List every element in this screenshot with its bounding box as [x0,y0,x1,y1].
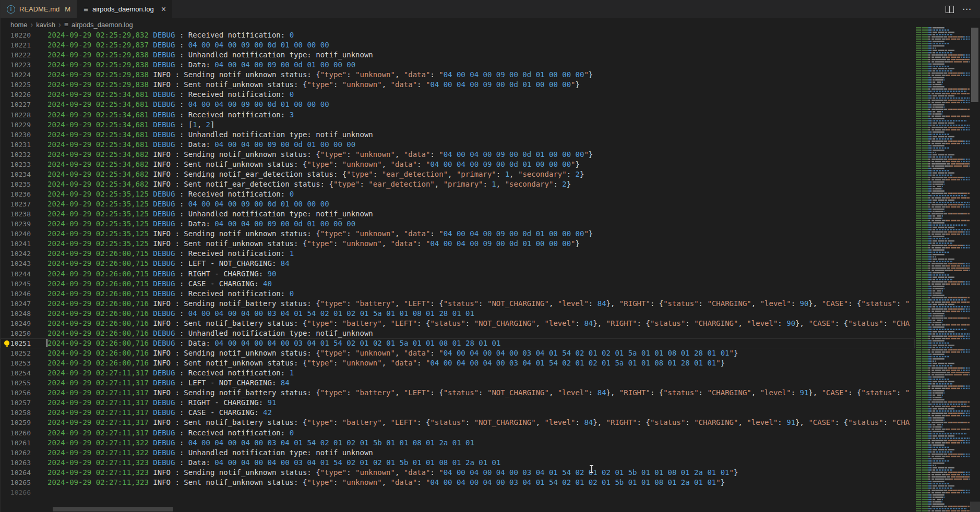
log-line-text[interactable]: 2024-09-29 02:26:00,715 DEBUG : CASE - C… [47,279,272,289]
line-number[interactable]: 10231 [1,140,31,150]
line-number[interactable]: 10260 [1,428,31,438]
log-line-text[interactable]: 2024-09-29 02:26:00,716 DEBUG : Unhandle… [47,328,373,338]
log-line-text[interactable]: 2024-09-29 02:25:34,681 DEBUG : [1, 2] [47,120,214,130]
line-number[interactable]: 10226 [1,90,31,100]
line-number[interactable]: 10234 [1,169,31,179]
line-number[interactable]: 10235 [1,179,31,189]
log-line-text[interactable]: 2024-09-29 02:27:11,323 DEBUG : Data: 04… [47,458,500,468]
line-number[interactable]: 10227 [1,100,31,109]
log-line-text[interactable]: 2024-09-29 02:26:00,715 DEBUG : LEFT - N… [47,259,290,269]
line-number[interactable]: 10263 [1,458,31,468]
line-number[interactable]: 10241 [1,239,31,249]
log-line-text[interactable]: 2024-09-29 02:25:34,681 DEBUG : Data: 04… [47,140,355,150]
tab-readme[interactable]: i README.md M [1,0,77,18]
log-line-text[interactable]: 2024-09-29 02:25:29,838 INFO : Sending n… [47,70,593,80]
line-number[interactable]: 10252 [1,348,31,358]
log-line-text[interactable]: 2024-09-29 02:25:34,682 INFO : Sending n… [47,169,584,179]
log-line-text[interactable]: 2024-09-29 02:25:29,837 DEBUG : 04 00 04… [47,40,329,50]
log-line-text[interactable]: 2024-09-29 02:25:29,838 DEBUG : Data: 04… [47,60,355,70]
line-number[interactable]: 10258 [1,408,31,418]
breadcrumb-file[interactable]: airpods_daemon.log [71,21,133,29]
breadcrumb-home[interactable]: home [10,21,28,29]
line-number[interactable]: 10240 [1,229,31,239]
line-number[interactable]: 10220 [1,30,31,40]
log-line-text[interactable]: 2024-09-29 02:25:34,682 INFO : Sent noti… [47,179,571,189]
line-number[interactable]: 10261 [1,438,31,448]
line-number[interactable]: 10221 [1,40,31,50]
log-line-text[interactable]: 2024-09-29 02:27:11,317 INFO : Sent noti… [47,418,910,428]
log-line-text[interactable]: 2024-09-29 02:25:34,681 DEBUG : Unhandle… [47,130,373,140]
line-number[interactable]: 10256 [1,388,31,398]
more-actions-icon[interactable]: ⋯ [962,7,972,12]
line-number[interactable]: 10244 [1,269,31,279]
line-number[interactable]: 10249 [1,319,31,328]
log-line-text[interactable]: 2024-09-29 02:25:35,125 DEBUG : 04 00 04… [47,199,329,209]
log-line-text[interactable]: 2024-09-29 02:26:00,716 INFO : Sending n… [47,348,738,358]
log-line-text[interactable]: 2024-09-29 02:25:34,682 INFO : Sent noti… [47,160,580,169]
line-number[interactable]: 10247 [1,299,31,309]
log-line-text[interactable]: 2024-09-29 02:27:11,322 DEBUG : 04 00 04… [47,438,474,448]
line-number[interactable]: 10228 [1,110,31,120]
log-line-text[interactable]: 2024-09-29 02:25:34,681 DEBUG : Received… [47,90,294,100]
line-number[interactable]: 10229 [1,120,31,130]
log-line-text[interactable]: 2024-09-29 02:27:11,317 DEBUG : Received… [47,428,294,438]
line-number[interactable]: 10266 [1,487,31,497]
line-number[interactable]: 10259 [1,418,31,428]
log-line-text[interactable]: 2024-09-29 02:25:29,832 DEBUG : Received… [47,30,294,40]
horizontal-scrollbar-thumb[interactable] [53,507,173,511]
vertical-scrollbar-thumb[interactable] [971,28,978,102]
line-number[interactable]: 10230 [1,130,31,140]
line-number[interactable]: 10236 [1,189,31,199]
line-number[interactable]: 10264 [1,468,31,478]
line-number[interactable]: 10251 [1,338,31,348]
tab-airpods-daemon-log[interactable]: ≡ airpods_daemon.log × [77,0,172,18]
line-number[interactable]: 10255 [1,378,31,388]
line-number[interactable]: 10237 [1,199,31,209]
log-line-text[interactable]: 2024-09-29 02:25:35,125 DEBUG : Unhandle… [47,209,373,219]
breadcrumb-folder[interactable]: kavish [36,21,55,29]
line-number[interactable]: 10239 [1,219,31,229]
line-number[interactable]: 10254 [1,368,31,378]
log-line-text[interactable]: 2024-09-29 02:26:00,716 INFO : Sent noti… [47,319,910,328]
line-number[interactable]: 10225 [1,80,31,90]
log-line-text[interactable]: 2024-09-29 02:27:11,317 DEBUG : CASE - C… [47,408,272,418]
log-content[interactable]: 102202024-09-29 02:25:29,832 DEBUG : Rec… [1,30,915,512]
log-line-text[interactable]: 2024-09-29 02:25:34,682 INFO : Sending n… [47,150,593,160]
log-line-text[interactable]: 2024-09-29 02:27:11,323 INFO : Sent noti… [47,478,725,487]
line-number[interactable]: 10250 [1,328,31,338]
log-line-text[interactable]: 2024-09-29 02:26:00,715 DEBUG : RIGHT - … [47,269,276,279]
log-line-text[interactable]: 2024-09-29 02:27:11,317 DEBUG : LEFT - N… [47,378,290,388]
log-line-text[interactable]: 2024-09-29 02:25:29,838 INFO : Sent noti… [47,80,580,90]
log-line-text[interactable]: 2024-09-29 02:25:34,681 DEBUG : Received… [47,110,294,120]
line-number[interactable]: 10253 [1,358,31,368]
line-number[interactable]: 10238 [1,209,31,219]
log-line-text[interactable]: 2024-09-29 02:27:11,317 DEBUG : Received… [47,368,294,378]
log-line-text[interactable]: 2024-09-29 02:25:35,125 DEBUG : Received… [47,189,294,199]
close-icon[interactable]: × [161,5,166,14]
line-number[interactable]: 10248 [1,309,31,319]
line-number[interactable]: 10245 [1,279,31,289]
line-number[interactable]: 10224 [1,70,31,80]
line-number[interactable]: 10232 [1,150,31,160]
minimap[interactable] [915,27,970,512]
log-line-text[interactable]: 2024-09-29 02:27:11,322 DEBUG : Unhandle… [47,448,373,458]
log-line-text[interactable]: 2024-09-29 02:25:34,681 DEBUG : 04 00 04… [47,100,329,109]
log-line-text[interactable]: 2024-09-29 02:26:00,716 DEBUG : Data: 04… [47,338,500,348]
log-line-text[interactable]: 2024-09-29 02:25:35,125 INFO : Sending n… [47,229,593,239]
line-number[interactable]: 10242 [1,249,31,259]
line-number[interactable]: 10257 [1,398,31,408]
log-line-text[interactable]: 2024-09-29 02:26:00,716 INFO : Sent noti… [47,358,725,368]
log-line-text[interactable]: 2024-09-29 02:27:11,317 DEBUG : RIGHT - … [47,398,276,408]
line-number[interactable]: 10243 [1,259,31,269]
log-line-text[interactable]: 2024-09-29 02:27:11,317 INFO : Sending n… [47,388,910,398]
log-line-text[interactable]: 2024-09-29 02:25:29,838 DEBUG : Unhandle… [47,50,373,60]
line-number[interactable]: 10265 [1,478,31,487]
log-line-text[interactable]: 2024-09-29 02:26:00,715 DEBUG : Received… [47,289,294,299]
log-line-text[interactable]: 2024-09-29 02:25:35,125 INFO : Sent noti… [47,239,580,249]
line-number[interactable]: 10223 [1,60,31,70]
line-number[interactable]: 10246 [1,289,31,299]
log-line-text[interactable]: 2024-09-29 02:27:11,323 INFO : Sending n… [47,468,738,478]
log-line-text[interactable]: 2024-09-29 02:26:00,716 DEBUG : 04 00 04… [47,309,474,319]
line-number[interactable]: 10262 [1,448,31,458]
log-line-text[interactable]: 2024-09-29 02:26:00,716 INFO : Sending n… [47,299,910,309]
